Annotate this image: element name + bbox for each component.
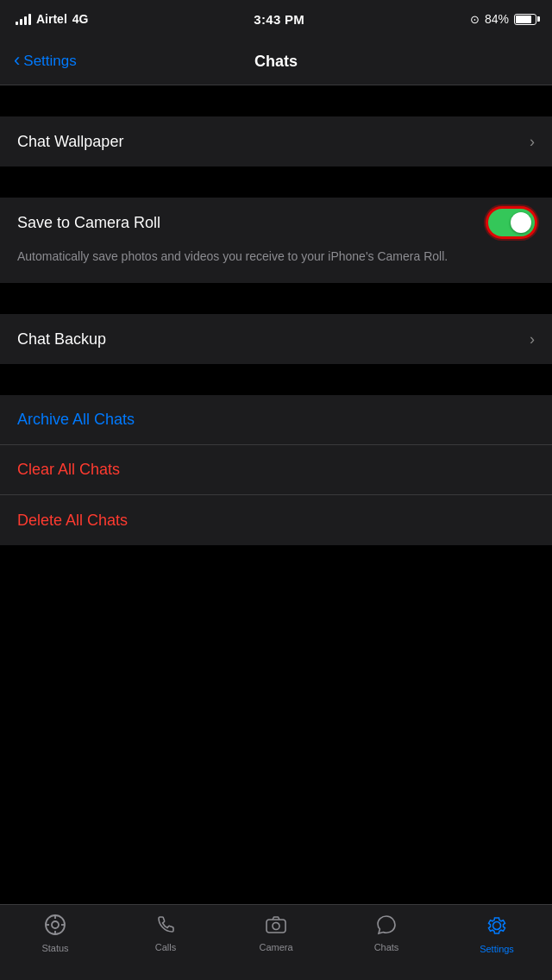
page-title: Chats [254, 53, 298, 71]
chevron-right-icon: › [530, 133, 535, 151]
tab-bar: Status Calls Camera Chats [0, 904, 552, 980]
status-time: 3:43 PM [254, 12, 304, 27]
archive-all-chats-cell[interactable]: Archive All Chats [0, 395, 552, 445]
save-camera-roll-label: Save to Camera Roll [17, 214, 160, 232]
back-arrow-icon: ‹ [14, 51, 20, 70]
section-gap-3 [0, 283, 552, 314]
tab-chats[interactable]: Chats [331, 914, 442, 952]
chat-wallpaper-label: Chat Wallpaper [17, 133, 123, 151]
section-gap-1 [0, 85, 552, 116]
chat-backup-label: Chat Backup [17, 330, 106, 349]
archive-all-chats-label: Archive All Chats [17, 411, 135, 429]
settings-tab-icon [485, 914, 509, 940]
camera-roll-section: Save to Camera Roll Automatically save p… [0, 198, 552, 283]
chats-tab-label: Chats [374, 942, 399, 952]
camera-tab-label: Camera [259, 942, 292, 952]
battery-percent: 84% [485, 12, 509, 26]
chevron-right-icon-2: › [530, 330, 535, 349]
svg-point-1 [52, 921, 59, 928]
clear-all-chats-label: Clear All Chats [17, 461, 120, 479]
status-left: Airtel 4G [16, 12, 88, 26]
chat-backup-cell[interactable]: Chat Backup › [0, 314, 552, 364]
calls-tab-label: Calls [155, 942, 176, 952]
svg-rect-6 [267, 920, 285, 933]
status-tab-label: Status [41, 943, 68, 953]
signal-bar-1 [16, 22, 18, 25]
calls-tab-icon [154, 914, 177, 939]
toggle-knob [511, 212, 531, 233]
actions-section: Archive All Chats Clear All Chats Delete… [0, 395, 552, 545]
signal-bars [16, 13, 31, 25]
status-right: ⊙ 84% [470, 12, 536, 26]
signal-bar-2 [20, 19, 22, 25]
wallpaper-section: Chat Wallpaper › [0, 116, 552, 166]
network-type: 4G [72, 12, 89, 26]
camera-tab-icon [265, 914, 287, 939]
settings-content: Chat Wallpaper › Save to Camera Roll Aut… [0, 85, 552, 545]
carrier-label: Airtel [36, 12, 67, 26]
save-camera-roll-toggle[interactable] [488, 209, 535, 236]
clear-all-chats-cell[interactable]: Clear All Chats [0, 445, 552, 495]
status-bar: Airtel 4G 3:43 PM ⊙ 84% [0, 0, 552, 38]
save-camera-roll-row: Save to Camera Roll [17, 198, 535, 248]
section-gap-2 [0, 166, 552, 198]
svg-point-7 [273, 923, 279, 930]
nav-bar: ‹ Settings Chats [0, 38, 552, 85]
tab-status[interactable]: Status [0, 914, 110, 953]
delete-all-chats-label: Delete All Chats [17, 512, 128, 530]
back-label: Settings [23, 53, 76, 70]
back-button[interactable]: ‹ Settings [14, 53, 77, 70]
orientation-lock-icon: ⊙ [470, 13, 480, 26]
tab-calls[interactable]: Calls [110, 914, 221, 952]
chats-tab-icon [375, 914, 398, 939]
backup-section: Chat Backup › [0, 314, 552, 364]
status-tab-icon [44, 914, 66, 939]
section-gap-4 [0, 364, 552, 395]
tab-settings[interactable]: Settings [442, 914, 552, 954]
battery-fill [516, 16, 531, 23]
signal-bar-3 [24, 16, 27, 25]
signal-bar-4 [28, 14, 31, 25]
battery-icon [514, 14, 536, 25]
chat-wallpaper-cell[interactable]: Chat Wallpaper › [0, 116, 552, 166]
delete-all-chats-cell[interactable]: Delete All Chats [0, 495, 552, 545]
save-camera-roll-description: Automatically save photos and videos you… [17, 248, 535, 269]
tab-camera[interactable]: Camera [221, 914, 331, 952]
settings-tab-label: Settings [480, 944, 514, 954]
